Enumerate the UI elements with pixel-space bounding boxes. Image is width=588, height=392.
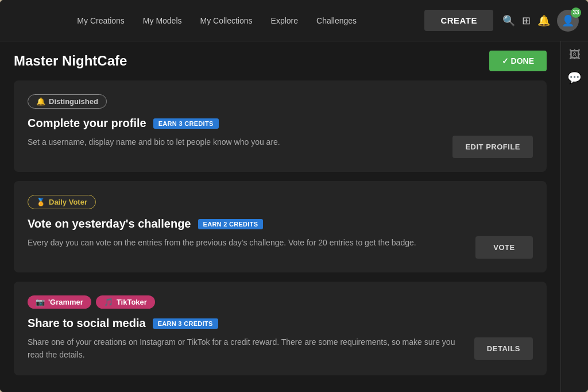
badge-tiktoker: 🎵 TikToker [96, 295, 155, 309]
chat-sidebar-icon[interactable]: 💬 [567, 71, 582, 84]
nav-my-models[interactable]: My Models [136, 11, 189, 30]
badge-row-distinguished: 🔔 Distinguished [28, 94, 533, 109]
main-area: Master NightCafe ✓ DONE 🔔 Distinguished … [0, 41, 588, 392]
badge-tiktoker-label: TikToker [117, 298, 147, 306]
card-profile-title: Complete your profile [28, 117, 146, 130]
app-container: My Creations My Models My Collections Ex… [0, 0, 588, 392]
badge-grammer-label: 'Grammer [48, 298, 83, 306]
earn-credits-badge-profile: EARN 3 CREDITS [153, 118, 219, 129]
right-sidebar: 🖼 💬 [560, 41, 588, 392]
earn-credits-badge-social: EARN 3 CREDITS [153, 318, 218, 329]
nav-links: My Creations My Models My Collections Ex… [9, 11, 424, 30]
camera-badge-icon: 📷 [36, 298, 45, 306]
card-profile-title-row: Complete your profile EARN 3 CREDITS [28, 117, 533, 130]
navbar: My Creations My Models My Collections Ex… [0, 0, 588, 41]
done-button[interactable]: ✓ DONE [489, 51, 547, 71]
bell-icon[interactable]: 🔔 [537, 14, 550, 27]
badge-distinguished: 🔔 Distinguished [28, 94, 107, 109]
search-icon[interactable]: 🔍 [502, 14, 515, 27]
badge-daily-voter: 🏅 Daily Voter [28, 195, 96, 209]
badge-row-social: 📷 'Grammer 🎵 TikToker [28, 295, 533, 309]
edit-profile-button[interactable]: EDIT PROFILE [452, 136, 533, 158]
card-vote: 🏅 Daily Voter Vote on yesterday's challe… [14, 181, 547, 272]
nav-icons: 🔍 ⊞ 🔔 👤 33 [502, 10, 579, 32]
card-vote-title: Vote on yesterday's challenge [28, 217, 191, 230]
badge-daily-voter-label: Daily Voter [49, 198, 87, 206]
page-header: Master NightCafe ✓ DONE [0, 41, 560, 80]
vote-button[interactable]: VOTE [475, 236, 533, 259]
grid-icon[interactable]: ⊞ [522, 14, 531, 27]
cards-section: 🔔 Distinguished Complete your profile EA… [0, 80, 560, 389]
badge-distinguished-label: Distinguished [49, 97, 98, 106]
notification-count: 33 [571, 7, 581, 18]
card-social-description: Share one of your creations on Instagram… [28, 336, 465, 362]
card-social-title: Share to social media [28, 317, 146, 330]
card-vote-description: Every day you can vote on the entries fr… [28, 236, 466, 249]
card-vote-body: Every day you can vote on the entries fr… [28, 236, 533, 259]
nav-my-collections[interactable]: My Collections [194, 11, 260, 30]
card-profile-body: Set a username, display name and bio to … [28, 136, 533, 158]
content-wrap: Master NightCafe ✓ DONE 🔔 Distinguished … [0, 41, 560, 392]
nav-my-creations[interactable]: My Creations [70, 11, 131, 30]
nav-challenges[interactable]: Challenges [310, 11, 363, 30]
details-button[interactable]: DETAILS [474, 337, 533, 360]
music-badge-icon: 🎵 [104, 298, 113, 306]
badge-row-daily-voter: 🏅 Daily Voter [28, 195, 533, 209]
medal-badge-icon: 🏅 [36, 198, 45, 206]
card-social: 📷 'Grammer 🎵 TikToker Share to social me… [14, 282, 547, 375]
avatar-wrap[interactable]: 👤 33 [557, 10, 579, 32]
earn-credits-badge-vote: EARN 2 CREDITS [198, 219, 264, 229]
bell-badge-icon: 🔔 [36, 97, 45, 106]
nav-explore[interactable]: Explore [264, 11, 305, 30]
card-social-title-row: Share to social media EARN 3 CREDITS [28, 317, 533, 330]
create-button[interactable]: CREATE [424, 10, 493, 31]
card-profile-description: Set a username, display name and bio to … [28, 136, 443, 148]
card-social-body: Share one of your creations on Instagram… [28, 336, 533, 362]
badge-grammer: 📷 'Grammer [28, 295, 91, 309]
card-vote-title-row: Vote on yesterday's challenge EARN 2 CRE… [28, 217, 533, 230]
page-title: Master NightCafe [14, 53, 127, 69]
image-sidebar-icon[interactable]: 🖼 [569, 48, 581, 62]
card-profile: 🔔 Distinguished Complete your profile EA… [14, 80, 547, 172]
